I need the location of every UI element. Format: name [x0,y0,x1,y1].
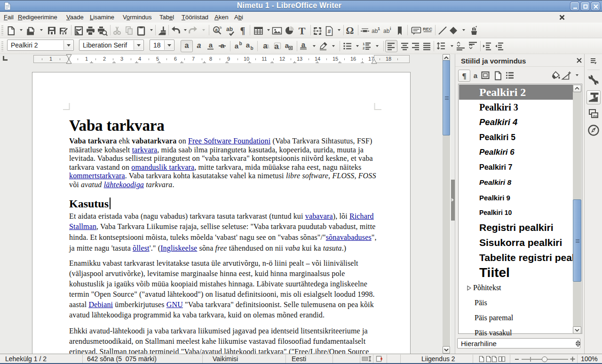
svg-text:#: # [328,28,331,35]
svg-text:b: b [239,41,242,46]
svg-text:a: a [235,42,239,50]
svg-text:ab: ab [372,28,378,34]
svg-text:ab: ab [226,26,233,32]
svg-text:Ω: Ω [346,25,354,36]
svg-text:a: a [185,41,189,49]
svg-text:REC: REC [423,26,432,32]
svg-text:T: T [299,25,306,37]
svg-text:a: a [246,41,250,49]
svg-text:1: 1 [363,42,365,46]
svg-text:a: a [263,41,268,50]
svg-text:i: i [390,26,391,31]
svg-text:a: a [215,27,218,32]
svg-text:ab: ab [383,28,390,34]
svg-text:¶: ¶ [240,25,246,36]
svg-text:¶: ¶ [462,71,466,80]
svg-text:2: 2 [363,46,365,50]
svg-text:b: b [251,46,253,51]
svg-text:a: a [301,40,306,48]
svg-text:a: a [274,42,279,51]
svg-text:1: 1 [378,26,380,31]
svg-text:b: b [220,25,222,30]
svg-text:a: a [285,41,289,49]
svg-text:a: a [197,41,201,49]
svg-text:a: a [474,71,478,79]
svg-text:a: a [221,41,225,49]
svg-text:a: a [209,41,213,49]
